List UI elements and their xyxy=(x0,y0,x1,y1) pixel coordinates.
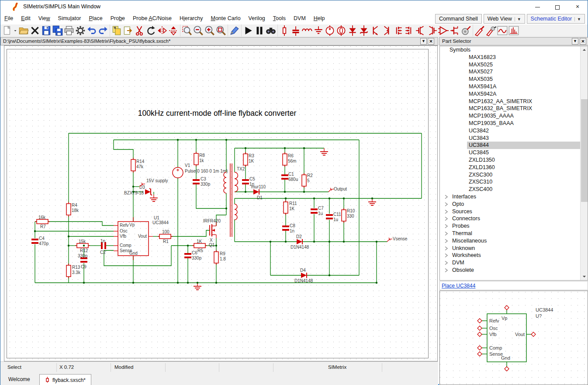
symbol-item-max5027[interactable]: MAX5027 xyxy=(440,68,588,76)
symbol-item-mcp1632_ba_simetrix[interactable]: MCP1632_BA_SIMETRIX xyxy=(440,105,588,112)
chevron-right-icon[interactable] xyxy=(444,231,448,236)
pause-icon[interactable] xyxy=(254,25,265,36)
plot-ac-icon[interactable] xyxy=(508,25,519,36)
menu-view[interactable]: View xyxy=(35,13,54,24)
scroll-up-icon[interactable] xyxy=(581,46,588,54)
symbol-item-zxsc310[interactable]: ZXSC310 xyxy=(440,178,588,186)
redo-icon[interactable] xyxy=(97,25,109,36)
tab-flyback-sxsch-[interactable]: flyback.sxsch* xyxy=(39,374,91,385)
zoom-area-icon[interactable] xyxy=(181,25,193,36)
nmos-transistor-icon[interactable] xyxy=(392,25,404,36)
resistor-icon[interactable] xyxy=(279,25,290,36)
jfet-transistor-icon[interactable] xyxy=(449,25,460,36)
symbol-item-max5941a[interactable]: MAX5941A xyxy=(440,83,588,90)
close-icon[interactable]: × xyxy=(567,0,588,13)
tab-welcome[interactable]: Welcome xyxy=(3,374,35,385)
plot-fixed-icon[interactable] xyxy=(497,25,508,36)
chevron-right-icon[interactable] xyxy=(444,224,448,229)
save-all-icon[interactable] xyxy=(52,25,63,36)
voltage-source-icon[interactable] xyxy=(324,25,336,36)
chevron-right-icon[interactable] xyxy=(444,253,448,258)
cut-icon[interactable] xyxy=(134,25,145,36)
minimize-icon[interactable] xyxy=(527,0,547,13)
symbol-item-uc3845[interactable]: UC3845 xyxy=(440,149,588,156)
command-shell-button[interactable]: Command Shell xyxy=(435,14,482,24)
dropdown-arrow-icon[interactable]: ▼ xyxy=(515,17,521,21)
new-dropdown-icon[interactable] xyxy=(13,25,18,36)
menu-tools[interactable]: Tools xyxy=(269,13,290,24)
chevron-right-icon[interactable] xyxy=(444,209,448,214)
options-gear-icon[interactable] xyxy=(75,25,86,36)
npn-transistor-icon[interactable] xyxy=(370,25,381,36)
chevron-right-icon[interactable] xyxy=(444,246,448,251)
open-folder-icon[interactable] xyxy=(18,25,29,36)
symbol-item-mcp1632_aa_simetrix[interactable]: MCP1632_AA_SIMETRIX xyxy=(440,98,588,105)
menu-probe-ac-noise[interactable]: Probe AC/Noise xyxy=(129,13,176,24)
symbol-item-max16823[interactable]: MAX16823 xyxy=(440,54,588,61)
copy-page-icon[interactable] xyxy=(111,25,122,36)
opamp-icon[interactable] xyxy=(438,25,449,36)
scrollbar-thumb[interactable] xyxy=(581,99,588,202)
pnp-transistor-icon[interactable] xyxy=(381,25,392,36)
probe-voltage-icon[interactable] xyxy=(485,25,497,36)
current-source-icon[interactable] xyxy=(336,25,347,36)
document-list-dropdown-icon[interactable]: ▼ xyxy=(420,38,427,45)
symbol-item-mcp19035_aaaa[interactable]: MCP19035_AAAA xyxy=(440,112,588,120)
symbol-item-max5025[interactable]: MAX5025 xyxy=(440,61,588,69)
igbt-n-transistor-icon[interactable] xyxy=(415,25,426,36)
schematic-canvas[interactable]: R1447kR418kR81kR31KR656mR25R111KR10330R9… xyxy=(4,45,438,361)
inductor-icon[interactable] xyxy=(301,25,313,36)
category-item-thermal[interactable]: Thermal xyxy=(440,230,588,237)
symbol-item-max5942a[interactable]: MAX5942A xyxy=(440,90,588,98)
capacitor-icon[interactable] xyxy=(290,25,301,36)
category-item-interfaces[interactable]: Interfaces xyxy=(440,193,588,201)
document-close-icon[interactable]: ✕ xyxy=(428,38,434,45)
menu-verilog[interactable]: Verilog xyxy=(245,13,269,24)
rotate-icon[interactable] xyxy=(145,25,156,36)
category-item-connectors[interactable]: Connectors xyxy=(440,215,588,222)
zoom-in-icon[interactable] xyxy=(204,25,215,36)
category-item-obsolete[interactable]: Obsolete xyxy=(440,267,588,274)
save-icon[interactable] xyxy=(41,25,52,36)
scroll-down-icon[interactable] xyxy=(581,273,588,280)
category-item-dvm[interactable]: DVM xyxy=(440,259,588,267)
menu-monte-carlo[interactable]: Monte Carlo xyxy=(207,13,244,24)
flip-horizontal-icon[interactable] xyxy=(156,25,168,36)
menu-simulator[interactable]: Simulator xyxy=(54,13,85,24)
symbol-item-uc3843[interactable]: UC3843 xyxy=(440,135,588,142)
find-icon[interactable] xyxy=(265,25,277,36)
place-part-link[interactable]: Place UC3844 xyxy=(442,283,475,289)
chevron-right-icon[interactable] xyxy=(444,216,448,221)
symbol-item-zxld1360[interactable]: ZXLD1360 xyxy=(440,164,588,171)
chevron-right-icon[interactable] xyxy=(444,260,448,265)
pmos-transistor-icon[interactable] xyxy=(404,25,415,36)
menu-file[interactable]: File xyxy=(0,13,17,24)
import-page-icon[interactable] xyxy=(122,25,134,36)
zoom-full-icon[interactable] xyxy=(215,25,227,36)
maximize-icon[interactable] xyxy=(547,0,567,13)
category-item-probes[interactable]: Probes xyxy=(440,222,588,230)
probe-connector-icon[interactable] xyxy=(460,25,472,36)
web-view-button[interactable]: Web View▼ xyxy=(484,14,525,24)
menu-dvm[interactable]: DVM xyxy=(290,13,310,24)
category-item-sources[interactable]: Sources xyxy=(440,208,588,215)
menu-hierarchy[interactable]: Hierarchy xyxy=(176,13,207,24)
symbol-item-zxld1350[interactable]: ZXLD1350 xyxy=(440,156,588,164)
wire-pencil-icon[interactable] xyxy=(229,25,240,36)
tree-root-symbols[interactable]: Symbols xyxy=(440,46,588,54)
ground-icon[interactable] xyxy=(313,25,324,36)
tree-scrollbar[interactable] xyxy=(580,46,588,280)
symbol-item-uc3844[interactable]: UC3844 xyxy=(440,142,588,149)
menu-probe[interactable]: Probe xyxy=(107,13,129,24)
probe-pen-icon[interactable] xyxy=(474,25,485,36)
new-document-icon[interactable] xyxy=(1,25,13,36)
chevron-right-icon[interactable] xyxy=(444,202,448,207)
zoom-out-icon[interactable] xyxy=(193,25,204,36)
schematic-editor-button[interactable]: Schematic Editor▼ xyxy=(527,14,585,24)
menu-place[interactable]: Place xyxy=(85,13,106,24)
chevron-right-icon[interactable] xyxy=(444,268,448,273)
chevron-right-icon[interactable] xyxy=(444,194,448,199)
menu-edit[interactable]: Edit xyxy=(17,13,35,24)
part-selector-close-icon[interactable]: ✕ xyxy=(580,38,586,45)
symbol-item-max5035[interactable]: MAX5035 xyxy=(440,76,588,83)
